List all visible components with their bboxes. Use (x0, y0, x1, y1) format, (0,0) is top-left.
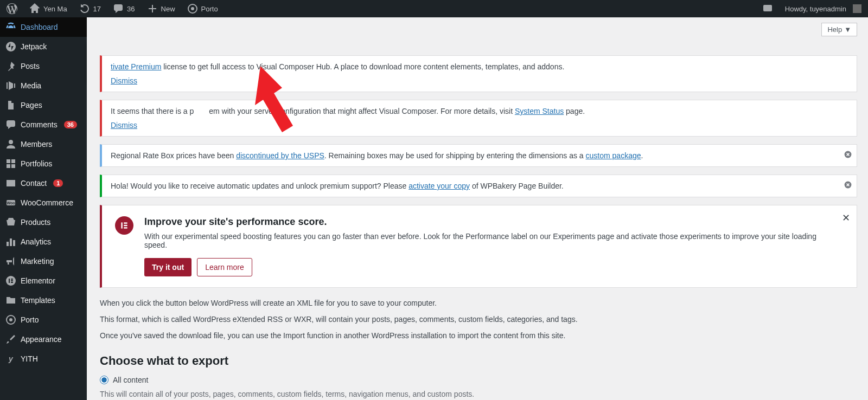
export-paragraph: This format, which is called WordPress e… (100, 315, 857, 324)
close-icon[interactable]: ✕ (842, 212, 850, 224)
comments-count: 36 (127, 5, 135, 13)
sidebar-item-marketing[interactable]: Marketing (0, 251, 87, 271)
svg-rect-26 (124, 225, 127, 226)
sidebar-item-woocommerce[interactable]: Woo WooCommerce (0, 193, 87, 212)
sidebar-item-analytics[interactable]: Analytics (0, 232, 87, 251)
export-paragraph: When you click the button below WordPres… (100, 299, 857, 307)
megaphone-icon (5, 256, 16, 267)
notice-usps: Regional Rate Box prices have been disco… (100, 144, 857, 167)
notice-text: tivate Premium license to get full acces… (111, 62, 564, 71)
sidebar-item-posts[interactable]: Posts (0, 56, 87, 76)
sidebar-item-label: Analytics (21, 237, 51, 246)
elementor-logo-icon (115, 216, 133, 235)
learn-more-button[interactable]: Learn more (197, 258, 252, 276)
portfolios-icon (5, 158, 16, 169)
sidebar-item-contact[interactable]: Contact 1 (0, 173, 87, 193)
adminbar-right: Howdy, tuyenadmin (760, 0, 864, 17)
help-tab[interactable]: Help ▼ (821, 23, 857, 36)
svg-text:Woo: Woo (7, 201, 15, 205)
sidebar-item-label: YITH (21, 354, 38, 363)
sidebar-item-templates[interactable]: Templates (0, 291, 87, 310)
new-link[interactable]: New (145, 0, 177, 17)
speech-icon (762, 3, 773, 14)
sidebar-item-jetpack[interactable]: Jetpack (0, 37, 87, 56)
svg-rect-6 (11, 159, 15, 163)
usps-link[interactable]: discontinued by the USPS (236, 151, 324, 160)
notice-elementor: Improve your site's performance score. W… (100, 205, 857, 288)
system-status-link[interactable]: System Status (515, 107, 564, 115)
custom-package-link[interactable]: custom package (586, 151, 641, 160)
site-name-text: Yen Ma (43, 5, 67, 13)
jetpack-icon (5, 41, 16, 52)
sidebar-item-comments[interactable]: Comments 36 (0, 115, 87, 134)
activate-premium-link[interactable]: tivate Premium (111, 62, 161, 71)
notifications-link[interactable] (760, 0, 775, 17)
elementor-desc: With our experimental speed boosting fea… (144, 232, 835, 249)
porto-icon (187, 3, 198, 14)
dismiss-button[interactable] (844, 180, 852, 191)
comments-link[interactable]: 36 (111, 0, 137, 17)
notice-text: It seems that there is a pem with your s… (111, 107, 585, 115)
sidebar-item-label: Posts (21, 62, 40, 70)
wordpress-logo[interactable] (4, 0, 20, 17)
members-icon (5, 139, 16, 150)
sidebar-item-dashboard[interactable]: Dashboard (0, 17, 87, 37)
sidebar-item-members[interactable]: Members (0, 134, 87, 154)
dashboard-icon (5, 22, 16, 33)
dismiss-link[interactable]: Dismiss (111, 121, 835, 130)
porto-text: Porto (201, 5, 218, 13)
svg-rect-16 (11, 279, 13, 280)
adminbar-left: Yen Ma 17 36 New Porto (4, 0, 220, 17)
sidebar-item-label: Jetpack (21, 42, 47, 51)
sidebar-item-pages[interactable]: Pages (0, 95, 87, 115)
account-link[interactable]: Howdy, tuyenadmin (783, 0, 864, 17)
sidebar-item-portfolios[interactable]: Portfolios (0, 154, 87, 173)
comment-icon (113, 3, 124, 14)
elementor-icon (5, 275, 16, 286)
pages-icon (5, 100, 16, 111)
help-label: Help (827, 25, 842, 34)
avatar (853, 4, 861, 13)
sidebar-item-yith[interactable]: y YITH (0, 349, 87, 369)
sidebar-item-products[interactable]: Products (0, 212, 87, 232)
svg-rect-5 (7, 159, 10, 163)
updates-link[interactable]: 17 (77, 0, 103, 17)
sidebar-item-appearance[interactable]: Appearance (0, 330, 87, 349)
products-icon (5, 217, 16, 228)
sidebar-item-label: Elementor (21, 276, 55, 285)
activate-copy-link[interactable]: activate your copy (409, 182, 470, 190)
dismiss-button[interactable] (844, 150, 852, 160)
svg-rect-12 (10, 238, 12, 246)
try-it-out-button[interactable]: Try it out (144, 258, 192, 276)
notice-server-config: It seems that there is a pem with your s… (100, 100, 857, 137)
sidebar-item-label: Contact (21, 179, 47, 188)
notice-text: Regional Rate Box prices have been disco… (111, 151, 643, 160)
svg-rect-17 (11, 280, 13, 281)
yith-icon: y (5, 353, 16, 364)
home-icon (29, 3, 40, 14)
porto-link[interactable]: Porto (185, 0, 220, 17)
sidebar-item-label: Dashboard (21, 23, 58, 31)
chevron-down-icon: ▼ (844, 25, 851, 34)
sidebar-item-media[interactable]: Media (0, 76, 87, 95)
svg-point-1 (191, 7, 194, 10)
sidebar-item-elementor[interactable]: Elementor (0, 271, 87, 291)
templates-icon (5, 295, 16, 306)
all-content-radio-row[interactable]: All content (100, 376, 857, 384)
svg-rect-7 (7, 164, 10, 168)
site-name-link[interactable]: Yen Ma (27, 0, 69, 17)
plus-icon (147, 3, 158, 14)
sidebar-item-porto[interactable]: Porto (0, 310, 87, 330)
analytics-icon (5, 236, 16, 247)
sidebar-item-label: Portfolios (21, 159, 52, 168)
all-content-radio[interactable] (100, 376, 108, 384)
svg-point-4 (9, 140, 13, 144)
svg-rect-13 (13, 240, 15, 246)
export-paragraph: Once you've saved the download file, you… (100, 331, 857, 340)
adminbar: Yen Ma 17 36 New Porto (0, 0, 868, 17)
svg-rect-27 (124, 227, 127, 228)
export-heading: Choose what to export (100, 354, 857, 368)
svg-rect-15 (9, 279, 10, 283)
mail-icon (5, 178, 16, 189)
dismiss-link[interactable]: Dismiss (111, 76, 835, 85)
